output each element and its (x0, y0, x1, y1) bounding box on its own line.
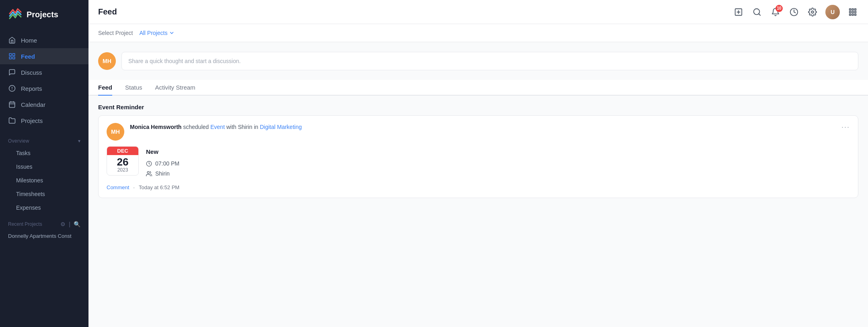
search-icon[interactable]: 🔍 (74, 221, 80, 227)
svg-rect-23 (855, 11, 856, 13)
event-year: 2023 (107, 167, 138, 175)
sidebar-item-label: Feed (21, 53, 35, 60)
footer-dot: · (133, 184, 135, 190)
notifications-button[interactable]: 10 (770, 6, 781, 18)
notification-badge: 10 (775, 5, 783, 12)
card-user-name: Monica Hemsworth (130, 124, 181, 130)
svg-point-28 (147, 172, 149, 174)
compose-avatar: MH (98, 52, 116, 70)
recent-projects-section: Recent Projects ⚙ | 🔍 (0, 215, 88, 230)
svg-rect-26 (855, 14, 856, 15)
card-more-button[interactable]: ··· (841, 123, 850, 131)
card-header: MH Monica Hemsworth scheduled Event with… (107, 123, 850, 141)
overview-item-milestones[interactable]: Milestones (0, 174, 88, 187)
card-timestamp: Today at 6:52 PM (139, 184, 179, 190)
overview-item-expenses[interactable]: Expenses (0, 201, 88, 215)
svg-line-15 (759, 14, 760, 15)
projects-icon (8, 116, 16, 125)
card-project-link[interactable]: Digital Marketing (260, 124, 302, 130)
feed-icon (8, 52, 16, 60)
compose-input[interactable]: Share a quick thought and start a discus… (121, 52, 858, 70)
overview-section[interactable]: Overview ▾ (0, 132, 88, 146)
feed-card: MH Monica Hemsworth scheduled Event with… (98, 115, 858, 198)
sidebar: Projects Home Feed Discuss Reports (0, 0, 88, 327)
event-time-row: 07:00 PM (146, 159, 179, 169)
event-person: Shirin (155, 169, 170, 179)
sidebar-item-home[interactable]: Home (0, 32, 88, 48)
settings-button[interactable] (807, 6, 818, 18)
divider: | (69, 221, 70, 227)
recent-project-item[interactable]: Donnelly Apartments Const (0, 230, 88, 242)
feed-tabs: Feed Status Activity Stream (88, 80, 868, 96)
sidebar-item-label: Reports (21, 85, 42, 92)
chevron-down-icon (169, 30, 175, 36)
svg-rect-20 (855, 8, 856, 10)
sidebar-item-calendar[interactable]: Calendar (0, 96, 88, 112)
header-actions: 10 U (733, 5, 858, 19)
svg-rect-19 (852, 8, 854, 10)
comment-button[interactable]: Comment (107, 184, 129, 190)
svg-rect-0 (9, 53, 11, 55)
event-person-row: Shirin (146, 169, 179, 179)
tab-feed[interactable]: Feed (98, 80, 112, 96)
card-avatar: MH (107, 123, 124, 141)
section-title: Event Reminder (98, 104, 858, 110)
svg-rect-7 (9, 102, 15, 108)
sidebar-item-label: Projects (21, 117, 43, 124)
event-status: New (146, 146, 179, 157)
svg-rect-24 (849, 14, 851, 15)
main-content: Feed 10 U S (88, 0, 868, 327)
sidebar-item-label: Home (21, 37, 37, 44)
card-event-link[interactable]: Event (210, 124, 225, 130)
tab-status[interactable]: Status (125, 80, 142, 96)
svg-rect-18 (849, 8, 851, 10)
feed-content: ··· MH Share a quick thought and start a… (88, 42, 868, 327)
add-button[interactable] (733, 6, 744, 18)
event-time: 07:00 PM (155, 159, 179, 169)
apps-button[interactable] (847, 6, 858, 18)
svg-rect-2 (9, 57, 11, 59)
svg-rect-21 (849, 11, 851, 13)
header: Feed 10 U (88, 0, 868, 24)
reports-icon (8, 84, 16, 92)
event-day: 26 (107, 155, 138, 167)
recent-icons: ⚙ | 🔍 (60, 221, 80, 227)
compose-row: MH Share a quick thought and start a dis… (98, 52, 858, 70)
event-block: Dec 26 2023 New 07:00 PM Shirin (107, 146, 850, 179)
card-action-text: scheduled (183, 124, 209, 130)
search-button[interactable] (751, 6, 763, 18)
user-avatar[interactable]: U (825, 5, 840, 19)
svg-rect-22 (852, 11, 854, 13)
overview-item-tasks[interactable]: Tasks (0, 146, 88, 160)
discuss-icon (8, 68, 16, 76)
svg-rect-25 (852, 14, 854, 15)
sidebar-nav: Home Feed Discuss Reports Calendar (0, 29, 88, 132)
timer-button[interactable] (788, 6, 800, 18)
sidebar-item-reports[interactable]: Reports (0, 80, 88, 96)
sidebar-item-projects[interactable]: Projects (0, 112, 88, 129)
event-month: Dec (107, 147, 138, 155)
tab-activity-stream[interactable]: Activity Stream (155, 80, 195, 96)
sidebar-item-discuss[interactable]: Discuss (0, 64, 88, 80)
all-projects-dropdown[interactable]: All Projects (139, 30, 175, 36)
select-project-label: Select Project (98, 30, 133, 36)
person-icon (146, 171, 152, 177)
card-footer: Comment · Today at 6:52 PM (107, 184, 850, 190)
page-title: Feed (98, 7, 117, 16)
svg-point-17 (811, 11, 814, 13)
filter-icon[interactable]: ⚙ (60, 221, 66, 227)
sidebar-item-label: Calendar (21, 101, 45, 108)
overview-item-timesheets[interactable]: Timesheets (0, 187, 88, 201)
logo-icon (8, 7, 23, 22)
app-name: Projects (27, 10, 58, 19)
app-logo[interactable]: Projects (0, 0, 88, 29)
clock-icon (146, 161, 152, 167)
sidebar-item-feed[interactable]: Feed (0, 48, 88, 64)
sub-header: Select Project All Projects (88, 24, 868, 42)
home-icon (8, 36, 16, 44)
svg-rect-3 (13, 57, 15, 59)
overview-item-issues[interactable]: Issues (0, 160, 88, 174)
calendar-event-icon: Dec 26 2023 (107, 146, 139, 176)
calendar-icon (8, 100, 16, 108)
card-with-text: with Shirin in (226, 124, 258, 130)
